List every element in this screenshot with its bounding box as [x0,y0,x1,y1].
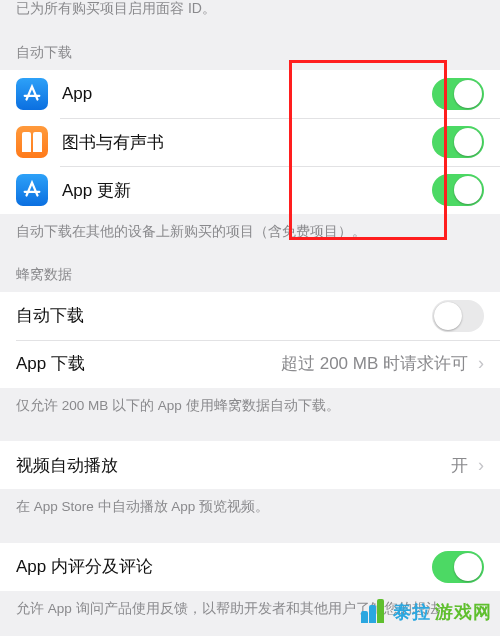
auto-download-updates-label: App 更新 [62,179,432,202]
appstore-icon [16,78,48,110]
auto-download-app-label: App [62,84,432,104]
video-footer: 在 App Store 中自动播放 App 预览视频。 [0,489,500,523]
cellular-auto-download-toggle[interactable] [432,300,484,332]
books-glyph-icon [22,132,42,152]
cellular-app-download-value: 超过 200 MB 时请求许可 [281,352,468,375]
auto-download-updates-toggle[interactable] [432,174,484,206]
auto-download-updates-row[interactable]: App 更新 [0,166,500,214]
chevron-right-icon: › [478,353,484,374]
watermark-text-2: 游戏网 [435,600,492,624]
video-autoplay-label: 视频自动播放 [16,454,451,477]
auto-download-section-header: 自动下载 [0,26,500,70]
in-app-review-row[interactable]: App 内评分及评论 [0,543,500,591]
auto-download-books-toggle[interactable] [432,126,484,158]
cellular-auto-download-label: 自动下载 [16,304,432,327]
video-group: 视频自动播放 开 › [0,441,500,489]
auto-download-books-row[interactable]: 图书与有声书 [0,118,500,166]
auto-download-books-label: 图书与有声书 [62,131,432,154]
cellular-footer: 仅允许 200 MB 以下的 App 使用蜂窝数据自动下载。 [0,388,500,422]
face-id-footer: 已为所有购买项目启用面容 ID。 [0,0,500,26]
in-app-review-label: App 内评分及评论 [16,555,432,578]
watermark-logo-icon [357,596,389,628]
in-app-review-toggle[interactable] [432,551,484,583]
auto-download-footer: 自动下载在其他的设备上新购买的项目（含免费项目）。 [0,214,500,248]
auto-download-app-toggle[interactable] [432,78,484,110]
cellular-app-download-label: App 下载 [16,352,281,375]
books-icon [16,126,48,158]
cellular-app-download-row[interactable]: App 下载 超过 200 MB 时请求许可 › [0,340,500,388]
appstore-a-icon [21,83,43,105]
video-autoplay-value: 开 [451,454,468,477]
chevron-right-icon: › [478,455,484,476]
auto-download-app-row[interactable]: App [0,70,500,118]
watermark-text-1: 泰拉 [393,600,431,624]
appstore-a-icon [21,179,43,201]
appstore-icon [16,174,48,206]
auto-download-group: App 图书与有声书 App 更新 [0,70,500,214]
watermark: 泰拉游戏网 [357,596,492,628]
cellular-group: 自动下载 App 下载 超过 200 MB 时请求许可 › [0,292,500,388]
cellular-auto-download-row[interactable]: 自动下载 [0,292,500,340]
cellular-section-header: 蜂窝数据 [0,248,500,292]
video-autoplay-row[interactable]: 视频自动播放 开 › [0,441,500,489]
review-group: App 内评分及评论 [0,543,500,591]
